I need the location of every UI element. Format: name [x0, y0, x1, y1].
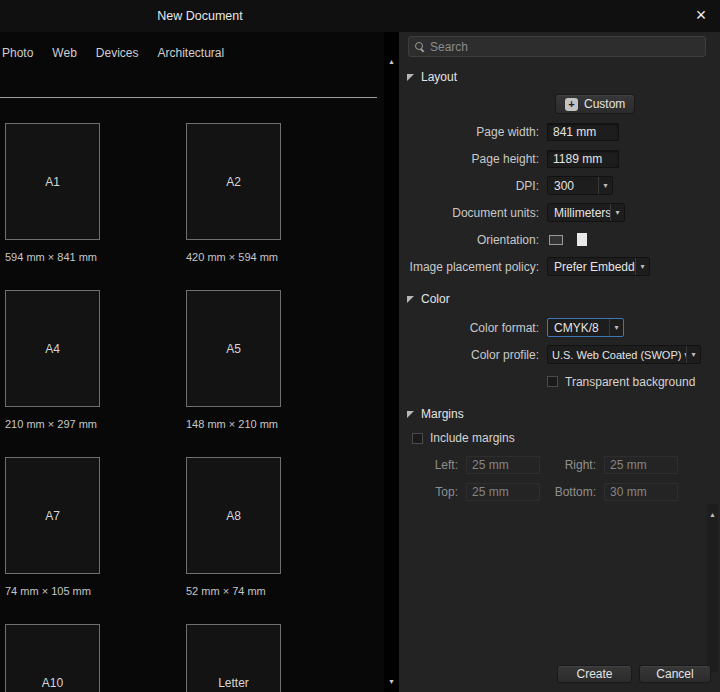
preset-name: A8 [226, 509, 241, 523]
chevron-down-icon: ▾ [635, 258, 649, 275]
preset-item: A10 [5, 624, 186, 692]
field-row: Document units: Millimeters ▾ [399, 199, 720, 226]
preset-card-a8[interactable]: A8 [186, 457, 281, 574]
preset-card-a4[interactable]: A4 [5, 290, 100, 407]
field-row: Color profile: U.S. Web Coated (SWOP) v2… [399, 341, 720, 368]
color-format-dropdown[interactable]: CMYK/8 ▾ [547, 318, 624, 337]
scroll-down-icon[interactable]: ▼ [388, 678, 395, 686]
transparent-background-checkbox[interactable] [547, 376, 558, 387]
preset-name: A7 [45, 509, 60, 523]
tab-photo[interactable]: Photo [2, 46, 33, 60]
field-label: Color format: [399, 321, 547, 335]
category-tabs: Photo Web Devices Architectural [0, 32, 384, 60]
include-margins-checkbox[interactable] [412, 433, 423, 444]
preset-item: A7 74 mm × 105 mm [5, 457, 186, 624]
field-row: Color format: CMYK/8 ▾ [399, 314, 720, 341]
margin-row: Left: Right: [399, 451, 720, 478]
color-format-value: CMYK/8 [548, 321, 609, 335]
preset-dims: 148 mm × 210 mm [186, 418, 367, 430]
landscape-page-icon [549, 235, 563, 245]
tab-devices[interactable]: Devices [96, 46, 139, 60]
preset-dims: 74 mm × 105 mm [5, 585, 186, 597]
dpi-dropdown[interactable]: 300 ▾ [547, 176, 613, 195]
collapse-triangle-icon [407, 411, 414, 418]
transparent-background-label: Transparent background [565, 375, 695, 389]
preset-dims: 420 mm × 594 mm [186, 251, 367, 263]
section-title: Layout [421, 70, 457, 84]
preset-item: Letter [186, 624, 367, 692]
margin-right-input [604, 456, 678, 474]
field-row: DPI: 300 ▾ [399, 172, 720, 199]
field-row: Orientation: [399, 226, 720, 253]
margin-top-input [466, 483, 540, 501]
field-row: Transparent background [399, 368, 720, 395]
page-width-input[interactable] [547, 123, 619, 141]
section-header-margins[interactable]: Margins [399, 405, 720, 423]
preset-dims: 210 mm × 297 mm [5, 418, 186, 430]
custom-button-label: Custom [584, 97, 625, 111]
preset-card-letter[interactable]: Letter [186, 624, 281, 692]
settings-panel: Layout + Custom Page width: Page height:… [399, 32, 720, 692]
preset-panel-scrollbar[interactable]: ▲ ▼ [384, 32, 399, 692]
tab-web[interactable]: Web [52, 46, 76, 60]
preset-name: A5 [226, 342, 241, 356]
custom-button[interactable]: + Custom [555, 94, 635, 114]
tab-architectural[interactable]: Architectural [158, 46, 225, 60]
scroll-up-icon[interactable]: ▲ [388, 58, 395, 66]
settings-sections: Layout + Custom Page width: Page height:… [399, 62, 720, 505]
search-icon [415, 42, 424, 51]
preset-card-a7[interactable]: A7 [5, 457, 100, 574]
preset-panel: Photo Web Devices Architectural A1 594 m… [0, 32, 384, 692]
close-icon[interactable]: × [688, 4, 714, 28]
scroll-up-icon[interactable]: ▲ [709, 511, 716, 518]
document-units-dropdown[interactable]: Millimeters ▾ [547, 203, 625, 222]
preset-card-a2[interactable]: A2 [186, 123, 281, 240]
margin-left-label: Left: [399, 458, 466, 472]
preset-item: A5 148 mm × 210 mm [186, 290, 367, 457]
section-title: Margins [421, 407, 464, 421]
titlebar: New Document × [0, 0, 720, 32]
orientation-landscape-button[interactable] [547, 231, 565, 248]
cancel-button[interactable]: Cancel [639, 665, 711, 683]
section-header-color[interactable]: Color [399, 290, 720, 308]
field-label: Color profile: [399, 348, 547, 362]
section-title: Color [421, 292, 450, 306]
search-box[interactable] [408, 36, 706, 57]
preset-card-a1[interactable]: A1 [5, 123, 100, 240]
preset-item: A1 594 mm × 841 mm [5, 123, 186, 290]
field-row: Image placement policy: Prefer Embedded … [399, 253, 720, 280]
search-input[interactable] [430, 40, 699, 54]
preset-name: A1 [45, 175, 60, 189]
preset-name: Letter [218, 676, 249, 690]
field-label: Page width: [399, 125, 547, 139]
chevron-down-icon: ▾ [686, 346, 700, 363]
preset-dims: 594 mm × 841 mm [5, 251, 186, 263]
chevron-down-icon: ▾ [610, 204, 624, 221]
color-profile-dropdown[interactable]: U.S. Web Coated (SWOP) v2 ▾ [547, 345, 701, 364]
preset-grid: A1 594 mm × 841 mm A2 420 mm × 594 mm A4… [5, 123, 367, 692]
margin-right-label: Right: [540, 458, 604, 472]
include-margins-row: Include margins [399, 425, 720, 451]
create-button[interactable]: Create [557, 665, 632, 683]
orientation-portrait-button[interactable] [573, 231, 591, 248]
preset-card-a10[interactable]: A10 [5, 624, 100, 692]
field-row: Page width: [399, 118, 720, 145]
document-units-value: Millimeters [548, 206, 610, 220]
dialog-title: New Document [0, 0, 400, 32]
settings-scrollbar[interactable]: ▲ [707, 504, 718, 672]
preset-item: A8 52 mm × 74 mm [186, 457, 367, 624]
preset-card-a5[interactable]: A5 [186, 290, 281, 407]
page-height-input[interactable] [547, 150, 619, 168]
collapse-triangle-icon [407, 74, 414, 81]
field-label: Image placement policy: [399, 260, 547, 274]
custom-row: + Custom [555, 94, 720, 114]
tab-separator [0, 97, 377, 98]
preset-name: A4 [45, 342, 60, 356]
field-label: Orientation: [399, 233, 547, 247]
section-header-layout[interactable]: Layout [399, 68, 720, 86]
preset-dims: 52 mm × 74 mm [186, 585, 367, 597]
margin-row: Top: Bottom: [399, 478, 720, 505]
field-label: Page height: [399, 152, 547, 166]
dialog-footer: Create Cancel [557, 665, 711, 683]
image-placement-dropdown[interactable]: Prefer Embedded ▾ [547, 257, 650, 276]
